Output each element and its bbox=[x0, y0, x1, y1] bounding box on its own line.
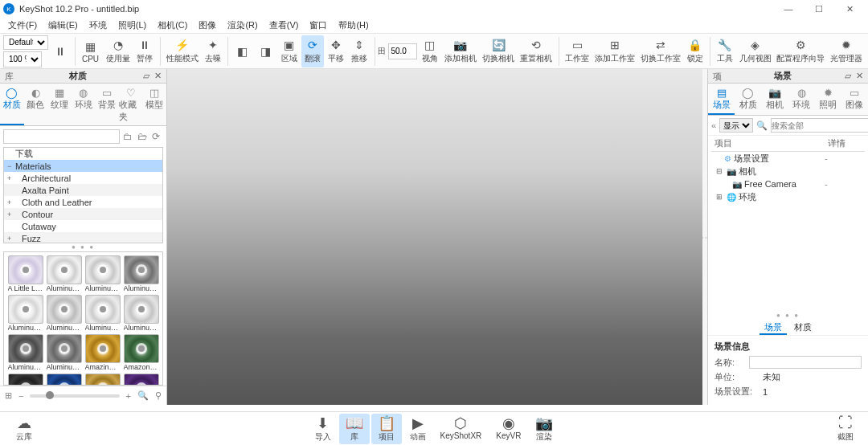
perf-mode-button[interactable]: ⚡性能模式 bbox=[163, 35, 200, 67]
edit-geo-button[interactable]: ◨ bbox=[255, 35, 277, 67]
tree-row[interactable]: +Contour bbox=[4, 208, 162, 220]
refresh-icon[interactable]: ⟳ bbox=[152, 131, 163, 142]
material-thumb[interactable]: Anodized ... bbox=[46, 374, 82, 386]
light-manager-button[interactable]: ✹光管理器 bbox=[828, 35, 865, 67]
bottom-KeyShotXR[interactable]: ⬡KeyShotXR bbox=[434, 414, 489, 444]
undock-icon[interactable]: ▱ bbox=[842, 71, 854, 82]
folder-open-icon[interactable]: 🗁 bbox=[137, 131, 149, 142]
menu-camera[interactable]: 相机(C) bbox=[153, 18, 192, 33]
add-geo-button[interactable]: ◧ bbox=[231, 35, 254, 67]
zoom-in-icon[interactable]: + bbox=[126, 391, 131, 401]
add-studio-button[interactable]: ⊞添加工作室 bbox=[593, 35, 637, 67]
tab-environments[interactable]: ◍环境 bbox=[72, 84, 96, 125]
menu-file[interactable]: 文件(F) bbox=[3, 18, 42, 33]
show-dropdown[interactable]: 显示 bbox=[719, 118, 753, 133]
material-thumb[interactable]: Anodized ... bbox=[7, 374, 43, 386]
fov-input[interactable] bbox=[388, 43, 417, 59]
tab-backplates[interactable]: ▭背景 bbox=[95, 84, 119, 125]
render-viewport[interactable] bbox=[167, 69, 702, 405]
subtab-material[interactable]: 材质 bbox=[789, 320, 817, 333]
bottom-KeyVR[interactable]: ◉KeyVR bbox=[489, 414, 527, 444]
pause-render-button[interactable]: ⏸暂停 bbox=[133, 35, 156, 67]
region-button[interactable]: ▣区域 bbox=[278, 35, 301, 67]
menu-lighting[interactable]: 照明(L) bbox=[113, 18, 151, 33]
material-thumb[interactable]: Anodized ... bbox=[84, 374, 121, 386]
tree-row[interactable]: −Materials bbox=[4, 160, 162, 172]
material-thumb[interactable]: Amazing G... bbox=[84, 334, 121, 371]
switch-studio-button[interactable]: ⇄切换工作室 bbox=[638, 35, 682, 67]
config-wizard-button[interactable]: ⚙配置程序向导 bbox=[775, 35, 827, 67]
scene-name-input[interactable] bbox=[749, 356, 862, 369]
menu-edit[interactable]: 编辑(E) bbox=[43, 18, 83, 33]
material-thumb[interactable]: Aluminum ... bbox=[123, 295, 159, 332]
material-thumb[interactable]: Aluminum ... bbox=[84, 255, 121, 292]
menu-view[interactable]: 查看(V) bbox=[264, 18, 304, 33]
scene-search-input[interactable] bbox=[771, 118, 868, 133]
library-search-input[interactable] bbox=[3, 129, 120, 144]
tab-image[interactable]: ▭图像 bbox=[841, 84, 868, 115]
studio-button[interactable]: ▭工作室 bbox=[562, 35, 592, 67]
tab-models[interactable]: ◫模型 bbox=[142, 84, 166, 125]
preset-dropdown[interactable]: Default bbox=[3, 35, 48, 50]
menu-help[interactable]: 帮助(H) bbox=[334, 18, 373, 33]
scene-tree[interactable]: 项目详情 ⚙场景设置-⊟📷相机📷Free Camera-⊞🌐环境 bbox=[711, 136, 865, 312]
tab-scene[interactable]: ▤场景 bbox=[708, 84, 735, 115]
close-panel-icon[interactable]: ✕ bbox=[152, 71, 163, 82]
screenshot-button[interactable]: ⛶ 截图 bbox=[831, 414, 860, 444]
collapse-icon[interactable]: « bbox=[711, 120, 716, 130]
tree-row[interactable]: +Fuzz bbox=[4, 232, 162, 243]
tab-materials[interactable]: ◯材质 bbox=[0, 84, 24, 125]
tab-lighting[interactable]: ✹照明 bbox=[815, 84, 841, 115]
pause-button[interactable]: ⏸ bbox=[49, 35, 72, 67]
tree-row[interactable]: +Cloth and Leather bbox=[4, 196, 162, 208]
bottom-导入[interactable]: ⬇导入 bbox=[309, 414, 338, 444]
tree-row[interactable]: Cutaway bbox=[4, 220, 162, 232]
material-thumb[interactable]: A Little Lila... bbox=[7, 255, 43, 292]
folder-icon[interactable]: 🗀 bbox=[123, 131, 134, 142]
zoom-dropdown[interactable]: 100 % bbox=[3, 51, 42, 67]
library-tree[interactable]: 下载 −Materials +Architectural Axalta Pain… bbox=[3, 147, 163, 243]
menu-render[interactable]: 渲染(R) bbox=[223, 18, 262, 33]
cpu-button[interactable]: ▦CPU bbox=[79, 35, 102, 67]
tab-camera[interactable]: 📷相机 bbox=[761, 84, 788, 115]
material-thumb[interactable]: Aluminum ... bbox=[7, 295, 43, 332]
material-thumb[interactable]: Aluminum ... bbox=[123, 255, 159, 292]
tools-button[interactable]: 🔧工具 bbox=[714, 35, 736, 67]
pan-button[interactable]: ✥平移 bbox=[325, 35, 347, 67]
search-icon[interactable]: 🔍 bbox=[137, 390, 149, 401]
material-thumb[interactable]: Aluminum ... bbox=[84, 295, 121, 332]
geo-view-button[interactable]: ◈几何视图 bbox=[737, 35, 774, 67]
add-camera-button[interactable]: 📷添加相机 bbox=[442, 35, 479, 67]
maximize-button[interactable]: ☐ bbox=[804, 0, 834, 18]
tumble-button[interactable]: ⟳翻滚 bbox=[301, 35, 324, 67]
dolly-button[interactable]: ⇕推移 bbox=[348, 35, 371, 67]
tree-row[interactable]: Axalta Paint bbox=[4, 184, 162, 196]
usage-button[interactable]: ◔使用量 bbox=[103, 35, 133, 67]
bottom-渲染[interactable]: 📷渲染 bbox=[529, 414, 559, 444]
undock-icon[interactable]: ▱ bbox=[141, 71, 152, 82]
subtab-scene[interactable]: 场景 bbox=[760, 320, 787, 335]
tree-row[interactable]: +Architectural bbox=[4, 172, 162, 184]
zoom-out-icon[interactable]: − bbox=[18, 391, 23, 401]
material-thumb[interactable]: Aluminum ... bbox=[46, 334, 82, 371]
tree-resize-grip[interactable]: ● ● ● bbox=[0, 243, 166, 251]
menu-window[interactable]: 窗口 bbox=[305, 18, 332, 33]
reset-camera-button[interactable]: ⟲重置相机 bbox=[518, 35, 555, 67]
thumb-size-slider[interactable] bbox=[30, 394, 119, 398]
scene-tree-row[interactable]: ⊟📷相机 bbox=[711, 165, 865, 178]
grid-icon[interactable]: ⊞ bbox=[5, 390, 12, 401]
minimize-button[interactable]: — bbox=[773, 0, 804, 18]
filter-icon[interactable]: ⚲ bbox=[155, 390, 162, 401]
material-thumb[interactable]: Aluminum ... bbox=[46, 295, 82, 332]
tab-textures[interactable]: ▦纹理 bbox=[47, 84, 72, 125]
lock-button[interactable]: 🔒锁定 bbox=[684, 35, 706, 67]
tab-material[interactable]: ◯材质 bbox=[735, 84, 761, 115]
bottom-库[interactable]: 📖库 bbox=[339, 414, 370, 444]
material-thumb[interactable]: Anodized ... bbox=[123, 374, 159, 386]
material-thumb[interactable]: Aluminum ... bbox=[7, 334, 43, 371]
scene-tree-row[interactable]: ⚙场景设置- bbox=[711, 152, 865, 165]
tab-colors[interactable]: ◐颜色 bbox=[24, 84, 48, 125]
menu-image[interactable]: 图像 bbox=[194, 18, 221, 33]
denoise-button[interactable]: ✦去噪 bbox=[202, 35, 224, 67]
menu-environment[interactable]: 环境 bbox=[84, 18, 112, 33]
